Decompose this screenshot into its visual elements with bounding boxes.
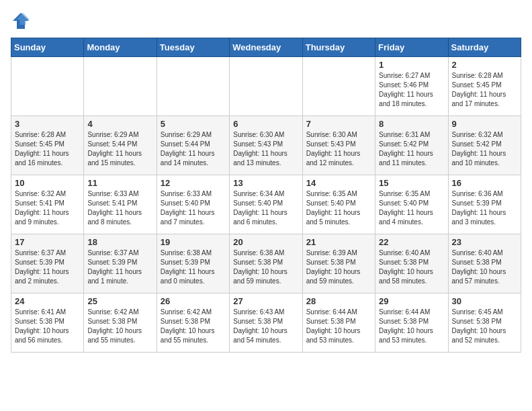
calendar-week-row: 17Sunrise: 6:37 AM Sunset: 5:39 PM Dayli… bbox=[11, 234, 521, 293]
weekday-header-friday: Friday bbox=[375, 38, 448, 57]
calendar-cell: 28Sunrise: 6:44 AM Sunset: 5:38 PM Dayli… bbox=[302, 293, 375, 353]
calendar-cell: 21Sunrise: 6:39 AM Sunset: 5:38 PM Dayli… bbox=[302, 234, 375, 293]
calendar-week-row: 10Sunrise: 6:32 AM Sunset: 5:41 PM Dayli… bbox=[11, 175, 521, 234]
day-info: Sunrise: 6:29 AM Sunset: 5:44 PM Dayligh… bbox=[161, 130, 226, 168]
calendar-cell bbox=[230, 57, 302, 116]
day-info: Sunrise: 6:28 AM Sunset: 5:45 PM Dayligh… bbox=[15, 130, 80, 168]
day-info: Sunrise: 6:40 AM Sunset: 5:38 PM Dayligh… bbox=[379, 248, 444, 286]
day-number: 6 bbox=[233, 119, 298, 129]
day-number: 21 bbox=[306, 237, 371, 247]
day-info: Sunrise: 6:44 AM Sunset: 5:38 PM Dayligh… bbox=[379, 308, 444, 345]
logo bbox=[11, 11, 34, 31]
day-number: 7 bbox=[306, 119, 371, 129]
calendar-cell: 20Sunrise: 6:38 AM Sunset: 5:38 PM Dayli… bbox=[230, 234, 302, 293]
day-number: 20 bbox=[233, 237, 298, 247]
calendar-cell bbox=[11, 57, 84, 116]
day-number: 23 bbox=[452, 237, 517, 247]
day-info: Sunrise: 6:27 AM Sunset: 5:46 PM Dayligh… bbox=[379, 71, 444, 109]
weekday-header-wednesday: Wednesday bbox=[230, 38, 302, 57]
calendar-cell: 19Sunrise: 6:38 AM Sunset: 5:39 PM Dayli… bbox=[157, 234, 229, 293]
day-number: 26 bbox=[161, 296, 226, 306]
day-info: Sunrise: 6:38 AM Sunset: 5:38 PM Dayligh… bbox=[233, 248, 298, 286]
calendar-cell bbox=[157, 57, 229, 116]
weekday-row: SundayMondayTuesdayWednesdayThursdayFrid… bbox=[11, 38, 521, 57]
calendar-cell: 6Sunrise: 6:30 AM Sunset: 5:43 PM Daylig… bbox=[230, 116, 302, 175]
calendar-cell: 30Sunrise: 6:45 AM Sunset: 5:38 PM Dayli… bbox=[448, 293, 521, 353]
day-number: 4 bbox=[87, 119, 152, 129]
weekday-header-sunday: Sunday bbox=[11, 38, 84, 57]
calendar-cell: 7Sunrise: 6:30 AM Sunset: 5:43 PM Daylig… bbox=[302, 116, 375, 175]
day-info: Sunrise: 6:38 AM Sunset: 5:39 PM Dayligh… bbox=[161, 248, 226, 286]
day-info: Sunrise: 6:32 AM Sunset: 5:42 PM Dayligh… bbox=[452, 130, 517, 168]
day-info: Sunrise: 6:43 AM Sunset: 5:38 PM Dayligh… bbox=[233, 308, 298, 345]
day-number: 22 bbox=[379, 237, 444, 247]
day-number: 24 bbox=[15, 296, 80, 306]
day-number: 1 bbox=[379, 60, 444, 70]
day-number: 17 bbox=[15, 237, 80, 247]
calendar-cell: 22Sunrise: 6:40 AM Sunset: 5:38 PM Dayli… bbox=[375, 234, 448, 293]
calendar-cell: 14Sunrise: 6:35 AM Sunset: 5:40 PM Dayli… bbox=[302, 175, 375, 234]
calendar-cell: 17Sunrise: 6:37 AM Sunset: 5:39 PM Dayli… bbox=[11, 234, 84, 293]
calendar-cell: 13Sunrise: 6:34 AM Sunset: 5:40 PM Dayli… bbox=[230, 175, 302, 234]
calendar-cell: 5Sunrise: 6:29 AM Sunset: 5:44 PM Daylig… bbox=[157, 116, 229, 175]
calendar-week-row: 24Sunrise: 6:41 AM Sunset: 5:38 PM Dayli… bbox=[11, 293, 521, 353]
day-info: Sunrise: 6:40 AM Sunset: 5:38 PM Dayligh… bbox=[452, 248, 517, 286]
calendar-table: SundayMondayTuesdayWednesdayThursdayFrid… bbox=[11, 38, 521, 353]
weekday-header-thursday: Thursday bbox=[302, 38, 375, 57]
calendar-cell: 12Sunrise: 6:33 AM Sunset: 5:40 PM Dayli… bbox=[157, 175, 229, 234]
calendar-cell: 4Sunrise: 6:29 AM Sunset: 5:44 PM Daylig… bbox=[84, 116, 157, 175]
day-info: Sunrise: 6:30 AM Sunset: 5:43 PM Dayligh… bbox=[306, 130, 371, 168]
calendar-cell: 18Sunrise: 6:37 AM Sunset: 5:39 PM Dayli… bbox=[84, 234, 157, 293]
day-info: Sunrise: 6:39 AM Sunset: 5:38 PM Dayligh… bbox=[306, 248, 371, 286]
calendar-cell: 2Sunrise: 6:28 AM Sunset: 5:45 PM Daylig… bbox=[448, 57, 521, 116]
day-info: Sunrise: 6:44 AM Sunset: 5:38 PM Dayligh… bbox=[306, 308, 371, 345]
day-number: 10 bbox=[15, 178, 80, 188]
day-number: 2 bbox=[452, 60, 517, 70]
day-number: 18 bbox=[87, 237, 152, 247]
day-info: Sunrise: 6:35 AM Sunset: 5:40 PM Dayligh… bbox=[306, 189, 371, 227]
calendar-cell bbox=[84, 57, 157, 116]
day-number: 28 bbox=[306, 296, 371, 306]
calendar-cell bbox=[302, 57, 375, 116]
day-number: 11 bbox=[87, 178, 152, 188]
day-info: Sunrise: 6:36 AM Sunset: 5:39 PM Dayligh… bbox=[452, 189, 517, 227]
calendar-cell: 26Sunrise: 6:42 AM Sunset: 5:38 PM Dayli… bbox=[157, 293, 229, 353]
calendar-cell: 3Sunrise: 6:28 AM Sunset: 5:45 PM Daylig… bbox=[11, 116, 84, 175]
day-number: 9 bbox=[452, 119, 517, 129]
day-number: 15 bbox=[379, 178, 444, 188]
calendar-cell: 15Sunrise: 6:35 AM Sunset: 5:40 PM Dayli… bbox=[375, 175, 448, 234]
weekday-header-monday: Monday bbox=[84, 38, 157, 57]
calendar-week-row: 3Sunrise: 6:28 AM Sunset: 5:45 PM Daylig… bbox=[11, 116, 521, 175]
day-info: Sunrise: 6:37 AM Sunset: 5:39 PM Dayligh… bbox=[87, 248, 152, 286]
day-number: 14 bbox=[306, 178, 371, 188]
day-info: Sunrise: 6:37 AM Sunset: 5:39 PM Dayligh… bbox=[15, 248, 80, 286]
calendar-cell: 27Sunrise: 6:43 AM Sunset: 5:38 PM Dayli… bbox=[230, 293, 302, 353]
page-header bbox=[11, 11, 521, 31]
weekday-header-tuesday: Tuesday bbox=[157, 38, 229, 57]
day-number: 30 bbox=[452, 296, 517, 306]
day-info: Sunrise: 6:42 AM Sunset: 5:38 PM Dayligh… bbox=[161, 308, 226, 345]
calendar-week-row: 1Sunrise: 6:27 AM Sunset: 5:46 PM Daylig… bbox=[11, 57, 521, 116]
day-number: 5 bbox=[161, 119, 226, 129]
day-number: 29 bbox=[379, 296, 444, 306]
calendar-cell: 23Sunrise: 6:40 AM Sunset: 5:38 PM Dayli… bbox=[448, 234, 521, 293]
calendar-cell: 8Sunrise: 6:31 AM Sunset: 5:42 PM Daylig… bbox=[375, 116, 448, 175]
day-info: Sunrise: 6:34 AM Sunset: 5:40 PM Dayligh… bbox=[233, 189, 298, 227]
day-info: Sunrise: 6:41 AM Sunset: 5:38 PM Dayligh… bbox=[15, 308, 80, 345]
day-info: Sunrise: 6:33 AM Sunset: 5:40 PM Dayligh… bbox=[161, 189, 226, 227]
weekday-header-saturday: Saturday bbox=[448, 38, 521, 57]
day-number: 25 bbox=[87, 296, 152, 306]
logo-icon bbox=[11, 11, 31, 31]
day-number: 12 bbox=[161, 178, 226, 188]
day-number: 16 bbox=[452, 178, 517, 188]
calendar-body: 1Sunrise: 6:27 AM Sunset: 5:46 PM Daylig… bbox=[11, 57, 521, 353]
day-number: 19 bbox=[161, 237, 226, 247]
day-info: Sunrise: 6:30 AM Sunset: 5:43 PM Dayligh… bbox=[233, 130, 298, 168]
day-number: 27 bbox=[233, 296, 298, 306]
day-info: Sunrise: 6:29 AM Sunset: 5:44 PM Dayligh… bbox=[87, 130, 152, 168]
day-info: Sunrise: 6:45 AM Sunset: 5:38 PM Dayligh… bbox=[452, 308, 517, 345]
day-number: 8 bbox=[379, 119, 444, 129]
calendar-cell: 24Sunrise: 6:41 AM Sunset: 5:38 PM Dayli… bbox=[11, 293, 84, 353]
calendar-cell: 9Sunrise: 6:32 AM Sunset: 5:42 PM Daylig… bbox=[448, 116, 521, 175]
day-info: Sunrise: 6:42 AM Sunset: 5:38 PM Dayligh… bbox=[87, 308, 152, 345]
